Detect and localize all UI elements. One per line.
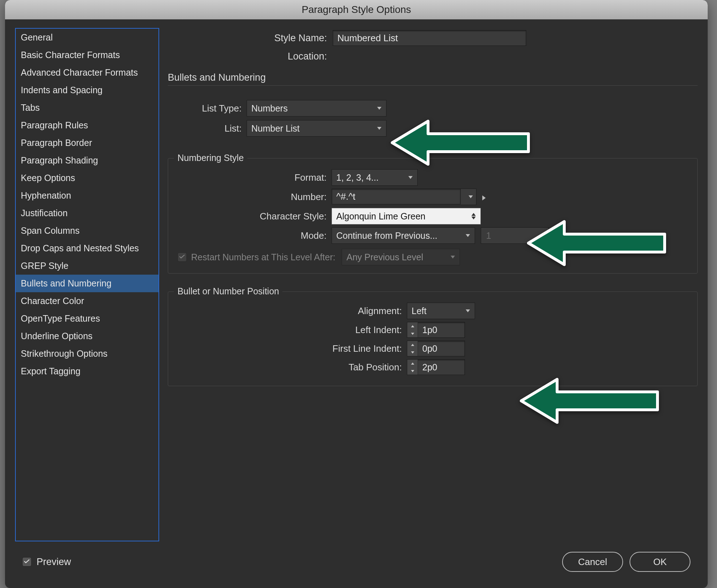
svg-marker-4 — [482, 195, 485, 200]
alignment-label: Alignment: — [177, 305, 407, 317]
sidebar-item[interactable]: Hyphenation — [16, 187, 158, 204]
section-title: Bullets and Numbering — [168, 72, 698, 83]
spinner[interactable] — [407, 322, 418, 337]
alignment-dropdown[interactable]: Left — [407, 303, 475, 319]
left-indent-label: Left Indent: — [177, 324, 407, 336]
svg-marker-11 — [411, 333, 414, 335]
alignment-value: Left — [412, 306, 427, 316]
left-indent-value[interactable] — [418, 322, 465, 337]
mode-start-number-value: 1 — [486, 231, 491, 241]
sidebar-item[interactable]: OpenType Features — [16, 310, 158, 327]
preview-label: Preview — [37, 556, 71, 568]
sidebar-item[interactable]: Span Columns — [16, 222, 158, 240]
spinner-down-icon[interactable] — [407, 367, 418, 375]
format-value: 1, 2, 3, 4... — [336, 172, 379, 183]
sidebar-item[interactable]: Basic Character Formats — [16, 46, 158, 64]
spinner-up-icon[interactable] — [407, 322, 418, 330]
char-style-value: Algonquin Lime Green — [336, 211, 426, 222]
list-type-dropdown[interactable]: Numbers — [247, 100, 386, 117]
left-indent-input[interactable] — [407, 322, 465, 338]
restart-label: Restart Numbers at This Level After: — [191, 252, 335, 262]
spinner-down-icon[interactable] — [407, 348, 418, 356]
tab-position-value[interactable] — [418, 360, 465, 375]
tab-position-input[interactable] — [407, 359, 465, 375]
list-type-label: List Type: — [168, 103, 247, 114]
mode-dropdown[interactable]: Continue from Previous... — [332, 227, 475, 244]
chevron-down-icon — [465, 309, 470, 312]
chevron-updown-icon — [471, 213, 476, 219]
list-dropdown[interactable]: Number List — [247, 120, 386, 137]
sidebar-item[interactable]: Character Color — [16, 292, 158, 310]
sidebar-item[interactable]: Paragraph Border — [16, 134, 158, 152]
svg-marker-7 — [466, 234, 470, 237]
sidebar-item[interactable]: Keep Options — [16, 169, 158, 187]
tab-position-label: Tab Position: — [177, 362, 407, 373]
number-input[interactable] — [332, 189, 461, 204]
svg-marker-10 — [411, 325, 414, 327]
restart-numbers-checkbox: Restart Numbers at This Level After: Any… — [177, 249, 688, 265]
sidebar-item[interactable]: Drop Caps and Nested Styles — [16, 240, 158, 257]
chevron-down-icon — [377, 107, 382, 110]
mode-start-number: 1 — [481, 227, 549, 244]
restart-value: Any Previous Level — [346, 252, 423, 262]
sidebar-item[interactable]: Paragraph Shading — [16, 152, 158, 169]
divider — [168, 85, 698, 86]
position-fieldset: Bullet or Number Position Alignment: Lef… — [168, 291, 698, 386]
style-name-label: Style Name: — [168, 33, 333, 44]
mode-label: Mode: — [177, 230, 332, 241]
list-type-value: Numbers — [251, 103, 288, 114]
first-line-indent-value[interactable] — [418, 341, 465, 356]
sidebar-item[interactable]: Strikethrough Options — [16, 345, 158, 362]
chevron-down-icon — [465, 234, 470, 237]
spinner-up-icon[interactable] — [407, 360, 418, 367]
style-name-input[interactable] — [333, 30, 526, 46]
spinner[interactable] — [407, 341, 418, 356]
sidebar: GeneralBasic Character FormatsAdvanced C… — [15, 28, 159, 541]
first-line-indent-label: First Line Indent: — [177, 343, 407, 354]
ok-button[interactable]: OK — [630, 552, 690, 572]
sidebar-item[interactable]: Indents and Spacing — [16, 81, 158, 99]
sidebar-item[interactable]: Paragraph Rules — [16, 117, 158, 134]
numbering-style-legend: Numbering Style — [174, 153, 247, 163]
preview-checkbox[interactable]: Preview — [22, 556, 71, 568]
location-label: Location: — [168, 51, 333, 62]
mode-value: Continue from Previous... — [336, 231, 437, 241]
svg-marker-3 — [469, 195, 473, 198]
cancel-button[interactable]: Cancel — [562, 552, 623, 572]
checkbox-icon — [177, 252, 187, 262]
number-presets-dropdown[interactable] — [461, 189, 476, 205]
sidebar-item[interactable]: Justification — [16, 204, 158, 222]
number-label: Number: — [177, 191, 332, 203]
character-style-dropdown[interactable]: Algonquin Lime Green — [332, 208, 481, 224]
format-dropdown[interactable]: 1, 2, 3, 4... — [332, 169, 418, 186]
chevron-down-icon — [468, 195, 473, 198]
svg-marker-5 — [471, 213, 476, 216]
sidebar-item[interactable]: Tabs — [16, 99, 158, 117]
svg-marker-14 — [411, 362, 414, 365]
sidebar-item[interactable]: Advanced Character Formats — [16, 64, 158, 81]
sidebar-item[interactable]: Export Tagging — [16, 362, 158, 380]
sidebar-item[interactable]: Underline Options — [16, 327, 158, 345]
sidebar-item[interactable]: General — [16, 29, 158, 46]
flyout-icon[interactable] — [482, 195, 486, 199]
svg-marker-9 — [466, 309, 470, 312]
spinner-up-icon[interactable] — [407, 341, 418, 348]
sidebar-item[interactable]: Bullets and Numbering — [16, 275, 158, 292]
spinner[interactable] — [407, 360, 418, 375]
chevron-down-icon — [408, 176, 413, 179]
dialog-body: GeneralBasic Character FormatsAdvanced C… — [5, 19, 708, 541]
titlebar: Paragraph Style Options — [5, 0, 708, 19]
svg-marker-0 — [377, 107, 381, 110]
svg-marker-2 — [408, 176, 413, 179]
checkbox-icon — [22, 557, 32, 566]
position-legend: Bullet or Number Position — [174, 286, 282, 297]
window-title: Paragraph Style Options — [301, 4, 411, 15]
dialog-window: Paragraph Style Options GeneralBasic Cha… — [5, 0, 708, 588]
chevron-down-icon — [450, 256, 455, 259]
svg-marker-1 — [377, 127, 381, 130]
sidebar-item[interactable]: GREP Style — [16, 257, 158, 275]
spinner-down-icon[interactable] — [407, 330, 418, 337]
chevron-down-icon — [377, 127, 382, 130]
format-label: Format: — [177, 172, 332, 183]
first-line-indent-input[interactable] — [407, 341, 465, 356]
